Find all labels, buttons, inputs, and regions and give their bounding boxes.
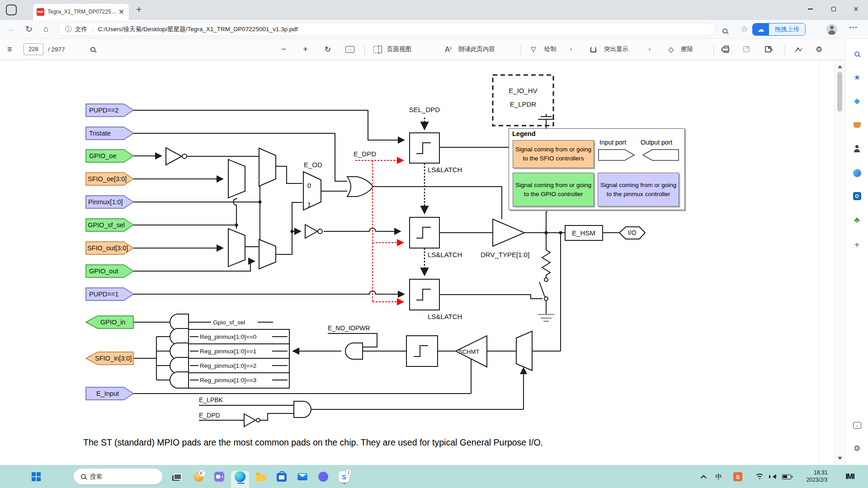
- svg-text:SFIO_out[3:0]: SFIO_out[3:0]: [87, 244, 128, 252]
- print-icon[interactable]: [722, 39, 729, 60]
- url-field[interactable]: ⓘ 文件 | C:/Users/徐天菊/Desktop/星星题/Tegra_X1…: [58, 23, 716, 36]
- and-gate-sfio2: [170, 357, 189, 374]
- battery-icon[interactable]: [778, 469, 795, 485]
- page-view-icon[interactable]: [373, 39, 379, 60]
- url-divider: |: [92, 26, 94, 33]
- ls-latch-1: [410, 133, 439, 163]
- highlight-label[interactable]: 突出显示: [604, 39, 628, 60]
- fit-width-icon[interactable]: ↔: [345, 39, 354, 60]
- tab-close-icon[interactable]: [118, 8, 125, 15]
- svg-text:LS&LATCH: LS&LATCH: [428, 313, 462, 320]
- sidebar-outlook-icon[interactable]: O: [845, 189, 868, 203]
- zoom-in-icon[interactable]: +: [303, 39, 308, 60]
- office-icon[interactable]: [315, 469, 331, 485]
- sogou-tray-icon[interactable]: S: [730, 469, 746, 485]
- minimize-button[interactable]: [800, 0, 821, 18]
- legend-gpio: Signal coming from or going to the GPIO …: [513, 173, 594, 206]
- taskbar-search[interactable]: 搜索: [74, 469, 162, 484]
- svg-text:LS&LATCH: LS&LATCH: [428, 251, 462, 258]
- read-aloud-icon[interactable]: A⁾: [445, 39, 452, 60]
- profile-avatar[interactable]: [826, 24, 837, 35]
- erase-label[interactable]: 擦除: [681, 39, 693, 60]
- logic-symbols: [166, 75, 645, 427]
- sidebar-discover-icon[interactable]: ★: [845, 70, 868, 84]
- search-doc-icon[interactable]: [90, 39, 95, 60]
- pdf-toolbar: ≡ 228 / 2977 − + ↻ ↔ 页面视图 A⁾ 朗读此页内容 ▽ 绘制…: [0, 39, 868, 60]
- and-gate-sfio1: [170, 343, 189, 359]
- output-buffer-inverter: [305, 225, 317, 238]
- svg-text:E_HSM: E_HSM: [572, 229, 595, 237]
- tab-actions-icon[interactable]: [6, 5, 17, 15]
- sidebar-settings-icon[interactable]: ⚙: [845, 441, 868, 455]
- netdisk-cloud-icon: ☁: [753, 23, 769, 35]
- page-view-label[interactable]: 页面视图: [387, 39, 411, 60]
- draw-pen-icon[interactable]: ▽: [531, 39, 536, 60]
- start-button[interactable]: [28, 469, 44, 485]
- svg-text:E_Input: E_Input: [96, 390, 119, 397]
- draw-chevron-icon[interactable]: ∨: [570, 39, 573, 60]
- ime-indicator[interactable]: 中: [711, 469, 727, 485]
- save-as-icon[interactable]: ✎: [765, 39, 774, 60]
- close-button[interactable]: [846, 0, 867, 18]
- scroll-down-icon[interactable]: [838, 457, 842, 462]
- svg-text:E_LPDR: E_LPDR: [510, 100, 537, 108]
- sidebar-tools-icon[interactable]: ◆: [845, 94, 868, 108]
- rotate-icon[interactable]: ↻: [325, 39, 331, 60]
- sidebar-msteams-icon[interactable]: [845, 166, 868, 180]
- back-icon[interactable]: ←: [7, 24, 16, 34]
- zoom-page-icon[interactable]: [722, 26, 727, 36]
- ime-brand-icon[interactable]: IMI: [842, 469, 858, 485]
- refresh-icon[interactable]: ↻: [25, 24, 33, 34]
- page-number-input[interactable]: 228: [24, 39, 43, 60]
- zoom-out-icon[interactable]: −: [281, 39, 286, 60]
- toc-icon[interactable]: ≡: [7, 39, 12, 60]
- weather-widget-icon[interactable]: 6°: [190, 469, 207, 485]
- mux-out-b: [259, 239, 276, 269]
- favorite-star-icon[interactable]: ☆: [741, 24, 748, 34]
- file-explorer-icon[interactable]: [253, 469, 269, 485]
- sogou-pinned-icon[interactable]: S1: [336, 469, 352, 485]
- upload-label: 拖拽上传: [769, 23, 805, 35]
- svg-text:Reg_pinmux[1:0]==1: Reg_pinmux[1:0]==1: [200, 348, 256, 355]
- svg-text:PUPD==1: PUPD==1: [89, 291, 118, 298]
- pdf-file-icon: PDF: [37, 8, 44, 16]
- pad-driver: [493, 219, 524, 246]
- draw-label[interactable]: 绘制: [544, 39, 557, 60]
- highlight-chevron-icon[interactable]: ∨: [648, 39, 651, 60]
- sidebar-open-panel-icon[interactable]: →: [845, 418, 868, 432]
- edge-browser-icon[interactable]: [232, 469, 248, 485]
- info-icon[interactable]: ⓘ: [65, 25, 71, 33]
- chat-icon[interactable]: [211, 469, 227, 485]
- highlight-icon[interactable]: [590, 39, 596, 60]
- home-icon[interactable]: ⌂: [43, 24, 48, 34]
- sidebar-shopping-icon[interactable]: [845, 118, 868, 132]
- sidebar-designer-icon[interactable]: ♣: [845, 213, 868, 227]
- save-icon[interactable]: [743, 39, 750, 60]
- new-tab-button[interactable]: +: [136, 4, 142, 15]
- svg-text:Reg_pinmux[1:0]==2: Reg_pinmux[1:0]==2: [200, 362, 256, 369]
- tray-expand-icon[interactable]: [696, 469, 712, 485]
- maximize-button[interactable]: [823, 0, 844, 18]
- sidebar-add-icon[interactable]: +: [845, 238, 868, 252]
- url-text: C:/Users/徐天菊/Desktop/星星题/Tegra_X1_TRM_DP…: [98, 25, 298, 33]
- sidebar-games-icon[interactable]: [845, 142, 868, 155]
- clock[interactable]: 16:312023/2/3: [799, 469, 835, 485]
- more-menu-icon[interactable]: ···: [849, 23, 858, 33]
- pdf-scrollbar[interactable]: [834, 60, 845, 465]
- browser-tab[interactable]: PDF Tegra_X1_TRM_DP07225001_v1.3: [33, 4, 129, 20]
- scrollbar-thumb[interactable]: [837, 72, 842, 112]
- input-path-mux: [516, 331, 532, 371]
- netdisk-upload-button[interactable]: ☁ 拖拽上传: [752, 23, 806, 36]
- mail-icon[interactable]: [294, 469, 311, 485]
- file-scheme-label: 文件: [75, 25, 87, 33]
- read-aloud-label[interactable]: 朗读此页内容: [458, 39, 495, 60]
- input-latch: [406, 336, 438, 366]
- eraser-icon[interactable]: ◇: [668, 39, 674, 60]
- settings-gear-icon[interactable]: ⚙: [816, 39, 822, 60]
- scroll-up-icon[interactable]: [838, 63, 842, 68]
- ms-store-icon[interactable]: [274, 469, 290, 485]
- fullscreen-icon[interactable]: ↗↙: [794, 39, 803, 60]
- task-view-icon[interactable]: [170, 469, 186, 485]
- sidebar-search-icon[interactable]: [845, 47, 868, 61]
- svg-text:E_OD: E_OD: [304, 161, 322, 169]
